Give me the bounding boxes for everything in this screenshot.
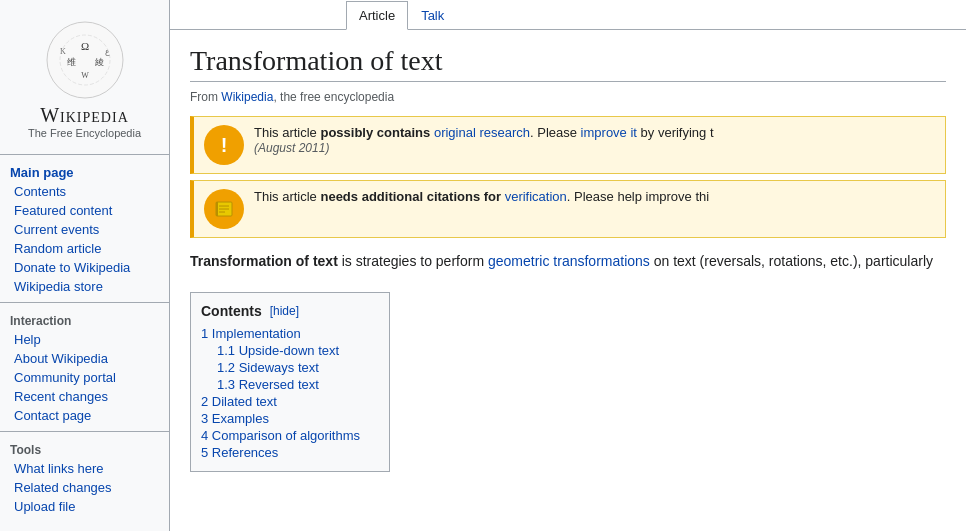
warning2-content: This article needs additional citations …	[254, 189, 709, 204]
main-content: Article Talk Transformation of text From…	[170, 0, 966, 531]
sidebar-item-recent-changes[interactable]: Recent changes	[0, 387, 169, 406]
article-content: Transformation of text From Wikipedia, t…	[170, 30, 966, 495]
sidebar-item-wikipedia-store[interactable]: Wikipedia store	[0, 277, 169, 296]
sidebar-item-contact[interactable]: Contact page	[0, 406, 169, 425]
sidebar-item-community[interactable]: Community portal	[0, 368, 169, 387]
logo-area: Ω 维 綾 K ع W Wikipedia The Free Encyclope…	[0, 10, 169, 155]
interaction-section-header: Interaction	[0, 309, 169, 330]
svg-text:维: 维	[66, 57, 75, 67]
sidebar-item-featured-content[interactable]: Featured content	[0, 201, 169, 220]
sidebar-item-main-page[interactable]: Main page	[0, 163, 169, 182]
geometric-transformations-link[interactable]: geometric transformations	[488, 253, 650, 269]
sidebar-item-current-events[interactable]: Current events	[0, 220, 169, 239]
intro-bold: Transformation of text	[190, 253, 338, 269]
toc-item[interactable]: 5 References	[201, 444, 374, 461]
svg-rect-9	[216, 202, 218, 216]
contents-hide-button[interactable]: [hide]	[270, 304, 299, 318]
book-icon-svg	[213, 198, 235, 220]
tab-article[interactable]: Article	[346, 1, 408, 30]
contents-title: Contents	[201, 303, 262, 319]
sidebar-divider-1	[0, 302, 169, 303]
warning-citations: This article needs additional citations …	[190, 180, 946, 238]
warning1-bold: possibly contains	[320, 125, 430, 140]
tabs-bar: Article Talk	[170, 0, 966, 30]
intro-rest: is strategies to perform	[338, 253, 488, 269]
warning1-text: This article possibly contains original …	[254, 125, 935, 155]
from-text: From Wikipedia, the free encyclopedia	[190, 90, 394, 104]
toc-item[interactable]: 2 Dilated text	[201, 393, 374, 410]
question-icon	[204, 189, 244, 229]
contents-list: 1 Implementation1.1 Upside-down text1.2 …	[201, 325, 374, 461]
page-title: Transformation of text	[190, 45, 946, 82]
sidebar-item-what-links[interactable]: What links here	[0, 459, 169, 478]
intro-paragraph: Transformation of text is strategies to …	[190, 250, 946, 272]
tab-talk[interactable]: Talk	[408, 1, 457, 30]
sidebar-item-random-article[interactable]: Random article	[0, 239, 169, 258]
sidebar-divider-2	[0, 431, 169, 432]
svg-text:Ω: Ω	[80, 40, 88, 52]
toc-item[interactable]: 1.1 Upside-down text	[201, 342, 374, 359]
toc-item[interactable]: 1.3 Reversed text	[201, 376, 374, 393]
logo-subtitle: The Free Encyclopedia	[28, 127, 141, 139]
warning-original-research: ! This article possibly contains origina…	[190, 116, 946, 174]
svg-text:W: W	[81, 71, 89, 80]
toc-item[interactable]: 1.2 Sideways text	[201, 359, 374, 376]
warning1-date: (August 2011)	[254, 141, 329, 155]
original-research-link[interactable]: original research	[434, 125, 530, 140]
toc-item[interactable]: 1 Implementation	[201, 325, 374, 342]
sidebar: Ω 维 綾 K ع W Wikipedia The Free Encyclope…	[0, 0, 170, 531]
warning1-before: This article possibly contains original …	[254, 125, 714, 140]
warning2-text: This article needs additional citations …	[254, 189, 935, 204]
tools-section-header: Tools	[0, 438, 169, 459]
from-line: From Wikipedia, the free encyclopedia	[190, 90, 946, 104]
exclamation-icon: !	[204, 125, 244, 165]
wikipedia-link[interactable]: Wikipedia	[221, 90, 273, 104]
sidebar-item-donate[interactable]: Donate to Wikipedia	[0, 258, 169, 277]
improve-it-link[interactable]: improve it	[581, 125, 637, 140]
warning2-bold: needs additional citations for	[320, 189, 501, 204]
toc-item[interactable]: 3 Examples	[201, 410, 374, 427]
contents-box: Contents [hide] 1 Implementation1.1 Upsi…	[190, 292, 390, 472]
sidebar-item-contents[interactable]: Contents	[0, 182, 169, 201]
toc-item[interactable]: 4 Comparison of algorithms	[201, 427, 374, 444]
sidebar-item-related-changes[interactable]: Related changes	[0, 478, 169, 497]
verification-link[interactable]: verification	[505, 189, 567, 204]
logo-title: Wikipedia	[40, 104, 129, 127]
svg-text:綾: 綾	[93, 57, 103, 67]
sidebar-item-about[interactable]: About Wikipedia	[0, 349, 169, 368]
svg-point-0	[47, 22, 123, 98]
sidebar-item-upload-file[interactable]: Upload file	[0, 497, 169, 516]
contents-header: Contents [hide]	[201, 303, 374, 319]
wikipedia-logo: Ω 维 綾 K ع W	[45, 20, 125, 100]
sidebar-item-help[interactable]: Help	[0, 330, 169, 349]
intro-end: on text (reversals, rotations, etc.), pa…	[650, 253, 933, 269]
